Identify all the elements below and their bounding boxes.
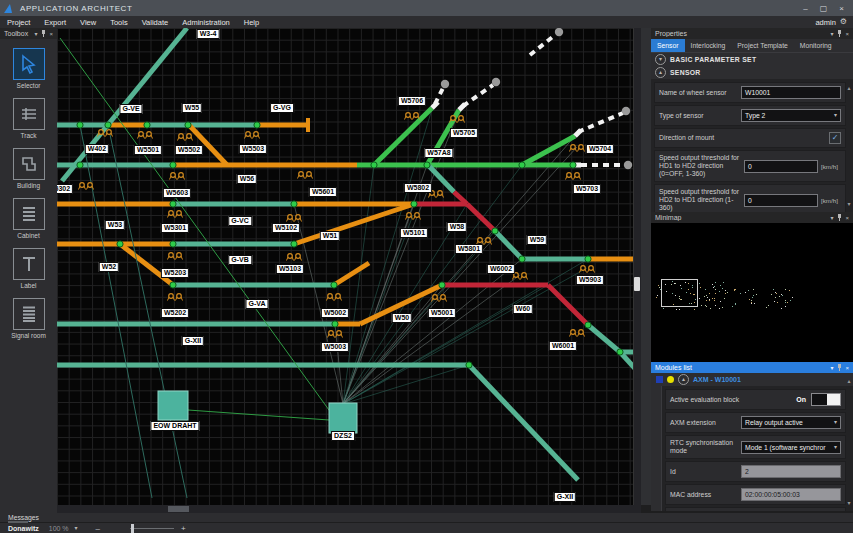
field-dropdown[interactable]: Type 2▾ [741, 109, 841, 122]
user-menu[interactable]: admin ⚙ [815, 18, 847, 27]
junction-node[interactable] [170, 162, 176, 168]
canvas-horizontal-scrollbar-thumb[interactable] [168, 506, 189, 512]
junction-node[interactable] [492, 228, 498, 234]
close-icon[interactable]: × [49, 31, 53, 37]
menu-item-export[interactable]: Export [37, 18, 73, 27]
toolbox-item-selector[interactable]: Selector [13, 48, 45, 89]
toggle-control[interactable]: On [796, 393, 841, 406]
track-segment[interactable] [548, 285, 588, 325]
track-label[interactable]: W6001 [549, 341, 577, 351]
wheel-sensor-icon[interactable] [570, 145, 585, 152]
tab-project-template[interactable]: Project Template [731, 39, 794, 52]
junction-node[interactable] [585, 322, 591, 328]
track-label[interactable]: W55 [182, 103, 202, 113]
minimap-view[interactable] [651, 223, 853, 362]
building-dzs2[interactable] [329, 403, 357, 433]
scroll-up-icon[interactable]: ▴ [846, 85, 852, 91]
track-segment[interactable] [294, 204, 414, 244]
track-label[interactable]: W5706 [398, 96, 426, 106]
gear-icon[interactable]: ⚙ [840, 18, 847, 26]
junction-node[interactable] [411, 201, 417, 207]
menu-item-administration[interactable]: Administration [175, 18, 237, 27]
track-label[interactable]: W58 [447, 222, 467, 232]
messages-tab[interactable]: Messages [0, 513, 853, 522]
junction-node[interactable] [77, 122, 83, 128]
wheel-sensor-icon[interactable] [287, 215, 302, 222]
wheel-sensor-icon[interactable] [178, 134, 193, 141]
junction-node[interactable] [254, 122, 260, 128]
track-label[interactable]: W50 [392, 313, 412, 323]
junction-node[interactable] [519, 256, 525, 262]
wheel-sensor-icon[interactable] [245, 132, 260, 139]
chevron-down-icon[interactable]: ▾ [830, 31, 833, 37]
wheel-sensor-icon[interactable] [328, 331, 343, 338]
track-label[interactable]: W5103 [276, 264, 304, 274]
junction-node[interactable] [77, 162, 83, 168]
field-checkbox[interactable]: ✓ [829, 132, 841, 144]
close-button[interactable]: × [839, 4, 844, 13]
track-segment[interactable] [469, 365, 578, 480]
zoom-slider-thumb[interactable] [131, 524, 134, 533]
junction-node[interactable] [570, 162, 576, 168]
field-dropdown[interactable]: Mode 1 (software synchror▾ [741, 441, 841, 454]
junction-node[interactable] [466, 362, 472, 368]
chevron-down-icon[interactable]: ▾ [830, 215, 833, 221]
junction-node[interactable] [617, 349, 623, 355]
wheel-sensor-icon[interactable] [298, 172, 313, 179]
track-label[interactable]: W60 [513, 304, 533, 314]
wheel-sensor-icon[interactable] [570, 330, 585, 337]
track-label[interactable]: W5503 [239, 144, 267, 154]
junction-node[interactable] [439, 282, 445, 288]
tab-monitoring[interactable]: Monitoring [794, 39, 838, 52]
minimap-viewport[interactable] [661, 279, 698, 307]
toolbox-item-track[interactable]: Track [13, 98, 45, 139]
track-label[interactable]: W5101 [400, 228, 428, 238]
junction-node[interactable] [519, 162, 525, 168]
field-dropdown[interactable]: Relay output active▾ [741, 416, 841, 429]
junction-node[interactable] [170, 282, 176, 288]
track-label[interactable]: W52 [99, 262, 119, 272]
track-label[interactable]: W53 [105, 220, 125, 230]
scroll-up-icon[interactable]: ▴ [846, 378, 852, 384]
track-label[interactable]: G-VE [119, 104, 142, 114]
junction-node[interactable] [424, 162, 430, 168]
toolbox-item-signal-room[interactable]: Signal room [11, 298, 46, 339]
track-label[interactable]: W402 [85, 144, 109, 154]
track-segment[interactable] [467, 204, 495, 231]
menu-item-project[interactable]: Project [0, 18, 37, 27]
junction-node[interactable] [332, 321, 338, 327]
junction-node[interactable] [170, 201, 176, 207]
chevron-down-icon[interactable]: ▾ [34, 31, 37, 37]
track-segment[interactable] [334, 263, 369, 285]
track-label[interactable]: W5003 [321, 342, 349, 352]
pin-icon[interactable] [837, 364, 842, 372]
junction-node[interactable] [331, 282, 337, 288]
menu-item-help[interactable]: Help [237, 18, 266, 27]
track-label[interactable]: G-VG [270, 103, 294, 113]
track-label[interactable]: W5601 [309, 187, 337, 197]
building-eow-draht[interactable] [158, 391, 188, 420]
close-icon[interactable]: × [845, 31, 849, 37]
junction-node[interactable] [185, 122, 191, 128]
track-label[interactable]: W5704 [586, 144, 614, 154]
zoom-out-button[interactable]: – [96, 524, 100, 533]
track-label[interactable]: W5802 [404, 183, 432, 193]
track-label[interactable]: W5302 [57, 184, 73, 194]
track-label[interactable]: W5001 [428, 308, 456, 318]
menu-item-tools[interactable]: Tools [103, 18, 135, 27]
zoom-slider[interactable] [130, 528, 174, 529]
junction-node[interactable] [371, 162, 377, 168]
junction-node[interactable] [291, 241, 297, 247]
scroll-down-icon[interactable]: ▾ [846, 201, 852, 207]
canvas-vertical-scrollbar[interactable] [633, 28, 641, 505]
menu-item-view[interactable]: View [73, 18, 103, 27]
track-label[interactable]: W51 [320, 231, 340, 241]
menu-item-validate[interactable]: Validate [135, 18, 176, 27]
wheel-sensor-icon[interactable] [405, 113, 420, 120]
wheel-sensor-icon[interactable] [170, 173, 185, 180]
wheel-sensor-icon[interactable] [168, 294, 183, 301]
panel-splitter[interactable] [641, 28, 651, 505]
wheel-sensor-icon[interactable] [580, 266, 595, 273]
track-segment[interactable] [374, 108, 432, 165]
track-segment[interactable] [495, 231, 522, 259]
